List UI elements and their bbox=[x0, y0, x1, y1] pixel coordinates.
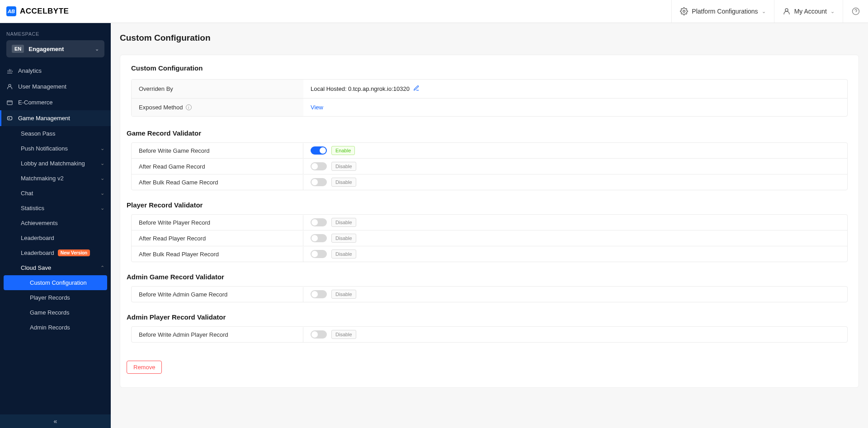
info-row-exposed-method: Exposed Method i View bbox=[132, 99, 847, 116]
platform-configurations-button[interactable]: Platform Configurations ⌄ bbox=[671, 0, 774, 23]
toggle-cell: Disable bbox=[303, 174, 847, 190]
toggle-cell: Disable bbox=[303, 230, 847, 246]
section-title: Admin Game Record Validator bbox=[127, 273, 848, 281]
sidebar-collapse-button[interactable]: « bbox=[0, 414, 111, 428]
toggle-cell: Disable bbox=[303, 159, 847, 174]
sidebar-item-label: Game Management bbox=[18, 115, 70, 122]
info-icon[interactable]: i bbox=[186, 104, 192, 110]
sidebar-item-user-management[interactable]: User Management bbox=[0, 79, 111, 94]
status-badge: Disable bbox=[331, 249, 356, 259]
toggle-switch[interactable] bbox=[311, 178, 327, 186]
status-badge: Disable bbox=[331, 162, 356, 171]
toggle-row: Before Write Admin Player RecordDisable bbox=[132, 327, 847, 342]
toggle-label: After Bulk Read Game Record bbox=[132, 175, 303, 190]
sidebar-item-label: Lobby and Matchmaking bbox=[21, 160, 85, 167]
namespace-badge: EN bbox=[12, 45, 24, 53]
toggle-row: After Bulk Read Player RecordDisable bbox=[132, 246, 847, 262]
status-badge: Disable bbox=[331, 218, 356, 227]
sidebar-subitem[interactable]: Statistics⌄ bbox=[0, 201, 111, 216]
status-badge: Disable bbox=[331, 178, 356, 187]
sidebar-item-label: User Management bbox=[18, 83, 66, 90]
toggle-label: Before Write Player Record bbox=[132, 215, 303, 230]
sidebar-item-label: Push Notifications bbox=[21, 145, 68, 152]
my-account-button[interactable]: My Account ⌄ bbox=[774, 0, 843, 23]
sidebar-item-label: Leaderboard bbox=[21, 235, 54, 241]
help-button[interactable] bbox=[843, 0, 868, 23]
sidebar-subsubitem[interactable]: Player Records bbox=[0, 290, 111, 305]
status-badge: Enable bbox=[331, 146, 355, 155]
overridden-by-value: Local Hosted: 0.tcp.ap.ngrok.io:10320 bbox=[311, 85, 410, 92]
chevron-down-icon: ⌄ bbox=[100, 160, 104, 166]
toggle-switch[interactable] bbox=[311, 162, 327, 170]
svg-rect-4 bbox=[7, 101, 12, 105]
sidebar-subsubitem[interactable]: Admin Records bbox=[0, 320, 111, 335]
sidebar-item-game-management[interactable]: Game Management bbox=[0, 110, 111, 126]
sidebar-item-label: Leaderboard bbox=[21, 249, 54, 256]
toggle-row: After Bulk Read Game RecordDisable bbox=[132, 174, 847, 190]
main-content: Custom Configuration Custom Configuratio… bbox=[111, 0, 868, 428]
toggle-switch[interactable] bbox=[311, 218, 327, 226]
toggle-label: After Bulk Read Player Record bbox=[132, 247, 303, 262]
edit-icon[interactable] bbox=[413, 85, 420, 93]
toggle-cell: Disable bbox=[303, 327, 847, 342]
namespace-heading: NAMESPACE bbox=[0, 23, 111, 40]
exposed-method-label-text: Exposed Method bbox=[139, 104, 183, 111]
sidebar-subitem[interactable]: Cloud Save⌃ bbox=[0, 260, 111, 275]
toggle-table: Before Write Admin Game RecordDisable bbox=[131, 286, 848, 302]
toggle-row: After Read Player RecordDisable bbox=[132, 230, 847, 246]
toggle-switch[interactable] bbox=[311, 290, 327, 298]
card-title: Custom Configuration bbox=[131, 64, 848, 72]
sidebar-subsubitem[interactable]: Game Records bbox=[0, 305, 111, 320]
info-value: Local Hosted: 0.tcp.ap.ngrok.io:10320 bbox=[303, 80, 847, 98]
toggle-label: Before Write Game Record bbox=[132, 143, 303, 158]
topbar-right: Platform Configurations ⌄ My Account ⌄ bbox=[671, 0, 868, 23]
status-badge: Disable bbox=[331, 234, 356, 243]
new-version-badge: New Version bbox=[58, 249, 90, 256]
sidebar-subitem[interactable]: Matchmaking v2⌄ bbox=[0, 171, 111, 186]
toggle-label: After Read Player Record bbox=[132, 231, 303, 246]
user-icon bbox=[783, 7, 791, 15]
toggle-label: Before Write Admin Player Record bbox=[132, 327, 303, 342]
sidebar-subitem[interactable]: Achievements bbox=[0, 216, 111, 230]
toggle-cell: Disable bbox=[303, 246, 847, 262]
svg-point-3 bbox=[9, 85, 11, 87]
toggle-row: Before Write Admin Game RecordDisable bbox=[132, 287, 847, 302]
page-title: Custom Configuration bbox=[120, 33, 859, 43]
toggle-switch[interactable] bbox=[311, 146, 327, 155]
toggle-label: Before Write Admin Game Record bbox=[132, 287, 303, 302]
toggle-switch[interactable] bbox=[311, 234, 327, 242]
info-row-overridden-by: Overriden By Local Hosted: 0.tcp.ap.ngro… bbox=[132, 80, 847, 99]
sidebar-subitem[interactable]: Push Notifications⌄ bbox=[0, 141, 111, 156]
info-label: Exposed Method i bbox=[132, 99, 303, 116]
sidebar-subitem[interactable]: Season Pass bbox=[0, 126, 111, 141]
chevron-down-icon: ⌄ bbox=[100, 190, 104, 196]
topbar: AB ACCELBYTE Platform Configurations ⌄ M… bbox=[0, 0, 868, 23]
brand[interactable]: AB ACCELBYTE bbox=[0, 6, 69, 16]
toggle-table: Before Write Admin Player RecordDisable bbox=[131, 326, 848, 343]
view-link[interactable]: View bbox=[311, 104, 323, 111]
sidebar-subitem[interactable]: LeaderboardNew Version bbox=[0, 245, 111, 260]
sidebar-item-label: Chat bbox=[21, 190, 33, 197]
sidebar-subitem[interactable]: Lobby and Matchmaking⌄ bbox=[0, 156, 111, 171]
toggle-cell: Enable bbox=[303, 143, 847, 158]
svg-point-0 bbox=[683, 10, 685, 13]
sidebar-subitem[interactable]: Chat⌄ bbox=[0, 186, 111, 201]
sidebar-item-ecommerce[interactable]: E-Commerce bbox=[0, 94, 111, 110]
status-badge: Disable bbox=[331, 290, 356, 299]
namespace-selector[interactable]: EN Engagement ⌄ bbox=[6, 40, 104, 57]
toggle-row: After Read Game RecordDisable bbox=[132, 159, 847, 174]
sidebar-item-label: Matchmaking v2 bbox=[21, 175, 64, 182]
sidebar-item-analytics[interactable]: Analytics bbox=[0, 63, 111, 79]
info-table: Overriden By Local Hosted: 0.tcp.ap.ngro… bbox=[131, 79, 848, 117]
toggle-switch[interactable] bbox=[311, 250, 327, 258]
remove-button[interactable]: Remove bbox=[127, 361, 162, 374]
platform-configurations-label: Platform Configurations bbox=[692, 8, 758, 15]
sidebar-subitem[interactable]: Leaderboard bbox=[0, 230, 111, 245]
sidebar-subsubitem[interactable]: Custom Configuration bbox=[4, 275, 107, 290]
toggle-table: Before Write Game RecordEnableAfter Read… bbox=[131, 142, 848, 190]
toggle-switch[interactable] bbox=[311, 330, 327, 339]
info-label: Overriden By bbox=[132, 80, 303, 98]
sidebar-item-label: Cloud Save bbox=[21, 264, 51, 271]
help-icon bbox=[852, 7, 860, 15]
game-icon bbox=[6, 115, 13, 122]
